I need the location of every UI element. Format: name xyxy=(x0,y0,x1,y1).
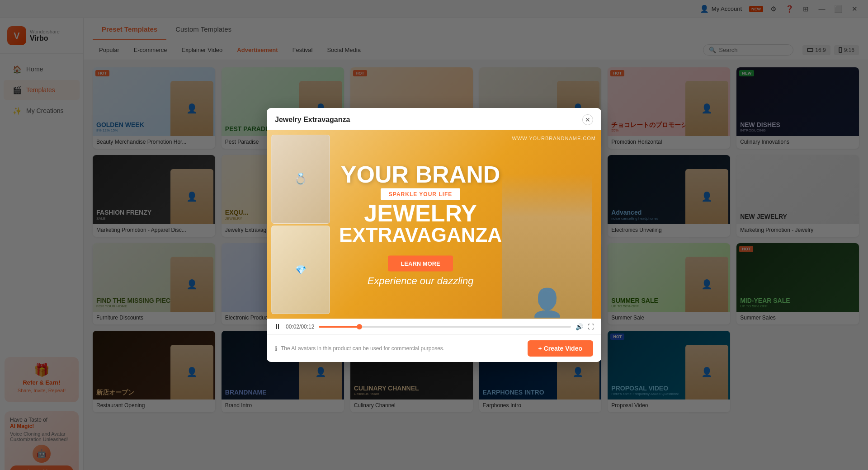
modal-overlay[interactable]: Jewelry Extravaganza ✕ WWW.YOURBRANDNAME… xyxy=(0,0,868,470)
modal-header: Jewelry Extravaganza ✕ xyxy=(267,108,601,130)
video-preview-modal: Jewelry Extravaganza ✕ WWW.YOURBRANDNAME… xyxy=(267,108,601,362)
current-time: 00:02 xyxy=(286,324,299,330)
info-icon: ℹ xyxy=(275,345,277,352)
video-extravaganza-text: EXTRAVAGANZA xyxy=(339,225,502,244)
video-controls: ⏸ 00:02/00:12 🔊 ⛶ xyxy=(267,319,601,334)
create-video-button[interactable]: + Create Video xyxy=(528,340,593,357)
jewelry-img-1: 💍 xyxy=(271,135,330,223)
video-sparkle-badge: SPARKLE YOUR LIFE xyxy=(381,188,461,200)
play-pause-button[interactable]: ⏸ xyxy=(274,323,281,331)
video-experience-text: Experience our dazzling xyxy=(339,275,502,287)
video-jewelry-text: JEWELRY xyxy=(339,201,502,225)
footer-info: ℹ The AI avatars in this product can be … xyxy=(275,345,444,352)
modal-title: Jewelry Extravaganza xyxy=(275,116,350,124)
progress-fill xyxy=(319,326,359,328)
progress-bar[interactable] xyxy=(319,326,571,328)
video-main-text: YOUR BRAND SPARKLE YOUR LIFE JEWELRY EXT… xyxy=(339,162,502,287)
video-website: WWW.YOURBRANDNAME.COM xyxy=(512,136,596,141)
video-avatar: 👤 xyxy=(502,174,592,319)
time-display: 00:02/00:12 xyxy=(286,324,314,330)
jewelry-image-panels: 💍 💎 xyxy=(267,130,335,318)
fullscreen-button[interactable]: ⛶ xyxy=(588,323,594,330)
video-learn-more-btn[interactable]: LEARN MORE xyxy=(388,255,453,271)
video-brand-text: YOUR BRAND xyxy=(339,162,502,186)
video-player: WWW.YOURBRANDNAME.COM 💍 💎 YOUR BRAND SPA… xyxy=(267,130,601,318)
avatar-figure: 👤 xyxy=(530,287,564,319)
progress-dot xyxy=(357,324,362,329)
modal-close-button[interactable]: ✕ xyxy=(582,114,593,125)
modal-footer: ℹ The AI avatars in this product can be … xyxy=(267,334,601,362)
jewelry-img-2: 💎 xyxy=(271,226,330,314)
total-time: 00:12 xyxy=(301,324,314,330)
volume-button[interactable]: 🔊 xyxy=(576,323,583,330)
footer-info-text: The AI avatars in this product can be us… xyxy=(281,345,444,352)
